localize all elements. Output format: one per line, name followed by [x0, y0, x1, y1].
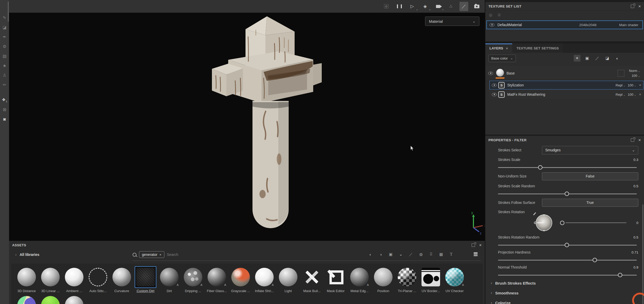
blend-mode-dropdown[interactable]: Norm	[629, 69, 640, 73]
layer-visibility-icon[interactable]	[492, 84, 497, 87]
property-slider[interactable]	[498, 243, 638, 247]
search-tag-chip[interactable]: generator ×	[139, 251, 164, 258]
asset-filter-icon[interactable]: ⠿	[428, 252, 434, 257]
tool-icon[interactable]: ⚙	[0, 42, 9, 51]
section-chevron-icon[interactable]: ›	[491, 291, 492, 295]
asset-item[interactable]: Mask Editor	[324, 266, 348, 293]
blend-mode-dropdown[interactable]: Repl	[616, 93, 625, 97]
asset-item[interactable]: Auto Stitc...	[86, 266, 110, 293]
search-input[interactable]: Search	[167, 253, 178, 257]
tool-icon[interactable]: ◪	[0, 23, 9, 32]
layer-action-icon[interactable]: ◐	[614, 55, 621, 62]
tool-icon[interactable]: ▧	[0, 51, 9, 61]
layer-action-icon[interactable]: ✶	[574, 55, 580, 62]
opacity-dropdown[interactable]: 100	[628, 83, 636, 87]
asset-item[interactable]: UV Border...	[419, 266, 443, 293]
slider-knob[interactable]	[565, 192, 569, 196]
tool-icon[interactable]: ✒	[0, 32, 9, 42]
channel-dropdown[interactable]: Base color	[488, 55, 516, 62]
asset-item[interactable]: Custom Dirt	[134, 266, 157, 293]
slider-track[interactable]	[498, 275, 637, 276]
tool-icon[interactable]: ◙	[0, 114, 9, 124]
asset-item[interactable]: Mask Buil...	[300, 266, 324, 293]
layer-row[interactable]: S Base Norm 100 Norm 100 ×	[485, 66, 644, 80]
clear-search-tag-icon[interactable]: ×	[159, 253, 162, 257]
layer-thumbnail[interactable]	[496, 69, 504, 77]
slider-track[interactable]	[498, 260, 637, 261]
viewport-shading-dropdown[interactable]: Material	[425, 17, 479, 26]
layer-visibility-icon[interactable]	[492, 93, 497, 96]
toolbar-icon[interactable]	[395, 2, 404, 11]
layer-visibility-icon[interactable]	[488, 72, 493, 75]
slider-track[interactable]	[565, 223, 626, 223]
blend-mode-dropdown[interactable]: Repl	[616, 83, 625, 87]
asset-filter-icon[interactable]: T	[449, 252, 454, 257]
slider-track[interactable]	[498, 167, 637, 168]
remove-layer-icon[interactable]: ×	[639, 83, 641, 87]
remove-layer-icon[interactable]: ×	[639, 92, 641, 97]
3d-model-monument[interactable]	[202, 13, 331, 233]
close-panel-icon[interactable]: ×	[638, 4, 641, 9]
asset-item[interactable]: Ambient ...	[62, 266, 86, 293]
property-slider[interactable]	[498, 165, 638, 169]
asset-item[interactable]	[62, 294, 86, 304]
layer-action-icon[interactable]: ▣	[584, 55, 591, 62]
float-panel-icon[interactable]	[472, 243, 475, 247]
tool-icon[interactable]: ✏	[0, 80, 9, 90]
grid-view-icon[interactable]	[474, 252, 478, 256]
asset-item[interactable]: 3D Linear ...	[39, 266, 62, 293]
tool-icon[interactable]: ⊠	[0, 105, 9, 114]
property-slider[interactable]	[498, 192, 638, 196]
asset-item[interactable]: Dirt	[157, 266, 181, 293]
close-panel-icon[interactable]: ×	[638, 138, 641, 142]
property-toggle-button[interactable]: True	[542, 199, 638, 207]
layer-action-icon[interactable]: ／	[594, 55, 601, 62]
slider-knob[interactable]	[618, 273, 622, 277]
asset-item[interactable]: Inflate Shri...	[252, 266, 276, 293]
float-panel-icon[interactable]	[631, 138, 634, 142]
property-toggle-button[interactable]: False	[542, 172, 638, 180]
3d-viewport[interactable]: Material x y z	[9, 13, 485, 241]
texture-set-option-icon[interactable]: ◎	[489, 13, 492, 17]
toolbar-icon[interactable]	[434, 2, 442, 11]
tool-icon[interactable]: ♣	[0, 61, 9, 70]
property-dropdown[interactable]: Smudges ⌄	[542, 146, 638, 154]
slider-track[interactable]	[498, 194, 637, 194]
mask-placeholder-icon[interactable]	[618, 70, 624, 77]
opacity-dropdown[interactable]: 100	[632, 74, 640, 78]
property-slider[interactable]	[498, 258, 638, 262]
slider-knob[interactable]	[560, 221, 564, 225]
asset-item[interactable]: Dripping ...	[181, 266, 205, 293]
close-panel-icon[interactable]: ×	[479, 243, 482, 247]
rotation-slider[interactable]	[560, 215, 626, 231]
asset-item[interactable]: 3D Distance	[15, 266, 39, 293]
asset-item[interactable]: Fiber Glass...	[205, 266, 229, 293]
slider-knob[interactable]	[593, 258, 597, 262]
asset-item[interactable]: Grayscale ...	[229, 266, 252, 293]
toolbar-icon[interactable]: ▷	[408, 2, 417, 11]
asset-item[interactable]: Light	[276, 266, 300, 293]
asset-item[interactable]: Position	[371, 266, 395, 293]
close-tab-icon[interactable]: ×	[506, 46, 508, 50]
toolbar-icon[interactable]: ◈	[421, 2, 430, 11]
tool-icon[interactable]: ❖	[0, 95, 9, 105]
texture-set-option-icon[interactable]: ①	[497, 13, 501, 17]
tab-texture-set-settings[interactable]: TEXTURE SET SETTINGS	[512, 43, 563, 53]
layer-row[interactable]: S MatFx Rust Weathering Repl 100 Repl 10…	[489, 90, 643, 99]
slider-knob[interactable]	[565, 243, 569, 247]
asset-item[interactable]: UV Checker	[443, 266, 466, 293]
layer-action-icon[interactable]	[624, 55, 631, 62]
asset-item[interactable]: Curvature	[110, 266, 134, 293]
asset-filter-icon[interactable]: ◍	[418, 252, 424, 257]
tab-layers[interactable]: LAYERS ×	[485, 43, 512, 53]
library-selector[interactable]: › All libraries	[15, 252, 39, 257]
dial-knob[interactable]	[534, 222, 536, 224]
scrollbar[interactable]	[642, 204, 643, 304]
tool-icon[interactable]: ♙	[0, 70, 9, 80]
toolbar-icon[interactable]	[472, 2, 481, 11]
toolbar-scrollbar[interactable]	[8, 2, 9, 22]
property-slider[interactable]	[498, 273, 638, 277]
texture-set-visibility-icon[interactable]	[489, 23, 494, 27]
toolbar-icon[interactable]: ⊘	[382, 2, 391, 11]
rotation-dial[interactable]	[536, 214, 552, 231]
